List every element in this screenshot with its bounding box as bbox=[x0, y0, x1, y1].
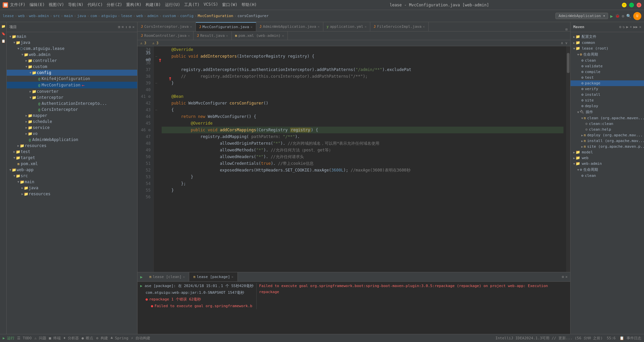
maven-lifecycle-site[interactable]: ⚙ site bbox=[571, 97, 644, 103]
code-content[interactable]: @Override public void addInterceptors(In… bbox=[159, 46, 566, 272]
maven-item-web[interactable]: ▶ 📁 web bbox=[571, 155, 644, 161]
tab-roomcontroller[interactable]: J RoomController.java ✕ bbox=[138, 31, 194, 40]
tree-item-pom[interactable]: m pom.xml bbox=[7, 161, 137, 167]
tree-item-src-webapp[interactable]: ▼ 📁 src bbox=[7, 173, 137, 179]
tree-item-schedule[interactable]: ▶ 📁 schedule bbox=[7, 119, 137, 125]
tree-item-corsinterceptor[interactable]: @ CorsInterceptor bbox=[7, 107, 137, 113]
tree-item-authinceptor[interactable]: @ AuthenticationIntercepto... bbox=[7, 100, 137, 107]
maximize-button[interactable]: □ bbox=[629, 3, 634, 7]
tree-item-java[interactable]: ▼ 📁 java bbox=[7, 40, 137, 46]
maven-lifecycle-validate[interactable]: ⚙ validate bbox=[571, 63, 644, 69]
breadcrumb-web[interactable]: web bbox=[18, 14, 25, 18]
menu-window[interactable]: 窗口(W) bbox=[222, 2, 237, 8]
tree-item-interceptor[interactable]: ▼ 📁 interceptor bbox=[7, 94, 137, 100]
tree-item-package[interactable]: ▼ ⬡ com.atguigu.lease bbox=[7, 46, 137, 52]
menu-bar[interactable]: 文件(F) 编辑(E) 视图(V) 导航(N) 代码(C) 分析(Z) 重构(R… bbox=[10, 2, 257, 8]
search-everywhere[interactable]: 🔍 bbox=[626, 14, 631, 18]
tabs-overflow-icon[interactable]: ⊞ bbox=[566, 27, 568, 31]
menu-analyze[interactable]: 分析(Z) bbox=[107, 2, 122, 8]
maven-plugin-site[interactable]: ▶ m site (org.apache.maven.p... bbox=[571, 144, 644, 149]
tree-item-mvcconfig[interactable]: @ MvcConfiguration ← bbox=[7, 82, 137, 88]
maven-plugin-deploy[interactable]: ▶ m deploy (org.apache.mav... bbox=[571, 132, 644, 138]
tab-close-icon[interactable]: ✕ bbox=[423, 25, 425, 28]
tree-item-main-webapp[interactable]: ▼ 📁 main bbox=[7, 179, 137, 185]
breadcrumb-lease2[interactable]: lease bbox=[121, 14, 132, 18]
tree-item-test[interactable]: ▶ 📁 test bbox=[7, 149, 137, 155]
run-button[interactable]: ▶ bbox=[610, 13, 613, 19]
tab-close-icon[interactable]: ✕ bbox=[318, 25, 320, 28]
tree-item-config[interactable]: ▼ 📁 config bbox=[7, 70, 137, 76]
tree-item-webapp[interactable]: ▼ 📁 web-app bbox=[7, 167, 137, 173]
tree-item-main[interactable]: ▼ 📁 main bbox=[7, 33, 137, 40]
breadcrumb-admin[interactable]: admin bbox=[147, 14, 158, 18]
maven-settings-icon[interactable]: ⚙ bbox=[619, 25, 622, 29]
sidebar-btn-expand[interactable]: ≡ bbox=[122, 25, 124, 29]
tree-item-vo[interactable]: ▶ 📁 vo bbox=[7, 131, 137, 137]
maven-lifecycle-verify[interactable]: ⚙ verify bbox=[571, 86, 644, 92]
run-status-btn[interactable]: ▶ 运行 bbox=[3, 336, 14, 341]
spring-btn[interactable]: ♣ Spring bbox=[111, 336, 128, 340]
structure-icon[interactable]: 📋 bbox=[1, 38, 6, 44]
tab-close-icon[interactable]: ✕ bbox=[183, 275, 185, 279]
fold-cell[interactable]: — bbox=[154, 80, 159, 86]
breadcrumb-custom[interactable]: custom bbox=[163, 14, 176, 18]
maven-item-lease[interactable]: ▼ 📁 lease (root) bbox=[571, 46, 644, 51]
run-config-dropdown[interactable]: AdminWebApplication ▾ bbox=[555, 13, 608, 19]
menu-code[interactable]: 代码(C) bbox=[88, 2, 103, 8]
autobuild-btn[interactable]: ⚡ 自动构建 bbox=[131, 336, 150, 341]
bottom-tab-clean[interactable]: m lease [clean] ✕ bbox=[145, 272, 189, 281]
profiler-btn[interactable]: ♦ 分析器 bbox=[63, 336, 79, 341]
settings-icon[interactable]: ⚙ bbox=[562, 275, 564, 279]
todo-btn[interactable]: ☰ TODO bbox=[17, 336, 32, 340]
problems-btn[interactable]: ⚠ 问题 bbox=[34, 336, 46, 341]
maven-item-model[interactable]: ▶ 📁 model bbox=[571, 149, 644, 155]
bookmark-icon[interactable]: 🔖 bbox=[1, 31, 6, 36]
breadcrumb-config[interactable]: config bbox=[180, 14, 194, 18]
menu-refactor[interactable]: 重构(R) bbox=[126, 2, 142, 8]
maven-plugin-install[interactable]: ▶ m install (org.apache.mav... bbox=[571, 138, 644, 144]
tab-result[interactable]: J Result.java ✕ bbox=[194, 31, 232, 40]
menu-nav[interactable]: 导航(N) bbox=[68, 2, 84, 8]
close-button[interactable]: ✕ bbox=[637, 3, 641, 7]
terminal-btn[interactable]: ■ 终端 bbox=[49, 336, 61, 341]
breadcrumb-mvc[interactable]: MvcConfiguration bbox=[198, 14, 233, 18]
bottom-tab-package[interactable]: m lease [package] ✕ bbox=[189, 272, 237, 281]
breakpoints-btn[interactable]: ● 断点 bbox=[82, 336, 93, 341]
scrollbar-thumb[interactable] bbox=[567, 53, 570, 73]
tab-close-icon[interactable]: ✕ bbox=[188, 34, 190, 38]
maven-item-common[interactable]: ▶ 📁 common bbox=[571, 40, 644, 46]
tab-close-icon[interactable]: ✕ bbox=[365, 25, 367, 28]
fold-cell[interactable]: — bbox=[154, 107, 159, 113]
maven-add-icon[interactable]: + bbox=[630, 25, 632, 29]
tab-corsinterceptor[interactable]: J CorsInterceptor.java ✕ bbox=[138, 22, 196, 31]
tab-mvcconfig[interactable]: J MvcConfiguration.java ✕ bbox=[196, 22, 256, 31]
breadcrumb-lease[interactable]: lease bbox=[3, 14, 14, 18]
tree-item-java-webapp[interactable]: ▶ 📁 java bbox=[7, 185, 137, 191]
maven-lifecycle-package[interactable]: ⚙ package bbox=[571, 80, 644, 86]
sidebar-btn-collapse[interactable]: ⊞ bbox=[118, 25, 120, 29]
maven-item-lifecycle[interactable]: ▼ ⚙ 生命周期 bbox=[571, 51, 644, 58]
maven-goal-clean-help[interactable]: ⚙ clean:help bbox=[571, 127, 644, 132]
maven-lifecycle-install[interactable]: ⚙ install bbox=[571, 92, 644, 97]
maven-more-icon[interactable]: ▶▶ bbox=[633, 25, 638, 29]
tree-item-service[interactable]: ▶ 📁 service bbox=[7, 125, 137, 131]
fold-cell[interactable]: — bbox=[154, 53, 159, 60]
maven-plugin-clean[interactable]: ▼ m clean (org.apache.maven... bbox=[571, 115, 644, 121]
user-avatar[interactable]: U bbox=[633, 12, 641, 20]
tab-pom[interactable]: m pom.xml (web-admin) ✕ bbox=[232, 31, 288, 40]
debug-button[interactable]: 🐞 bbox=[615, 14, 620, 18]
tree-item-converter[interactable]: ▶ 📁 converter bbox=[7, 88, 137, 94]
maven-run-icon[interactable]: ▶ bbox=[626, 25, 629, 29]
tab-close-icon[interactable]: ✕ bbox=[226, 34, 228, 38]
run-play-icon[interactable]: ▶ bbox=[140, 275, 143, 279]
breadcrumb-cors[interactable]: corsConfigurer bbox=[237, 14, 269, 18]
menu-file[interactable]: 文件(F) bbox=[10, 2, 25, 8]
maven-item-plugins[interactable]: ▼ 🔌 插件 bbox=[571, 109, 644, 115]
collapse-icon[interactable]: ∧ ∨ bbox=[561, 41, 568, 45]
build-btn[interactable]: ⚙ 构建 bbox=[96, 336, 108, 341]
tab-adminweb[interactable]: J AdminWebApplication.java ✕ bbox=[256, 22, 323, 31]
tab-close-icon[interactable]: ✕ bbox=[190, 25, 192, 28]
maven-close-icon[interactable]: ✕ bbox=[639, 25, 641, 29]
maven-item-config[interactable]: ▶ 📁 配置文件 bbox=[571, 33, 644, 40]
more-run-options[interactable]: ⚙ bbox=[622, 14, 624, 18]
